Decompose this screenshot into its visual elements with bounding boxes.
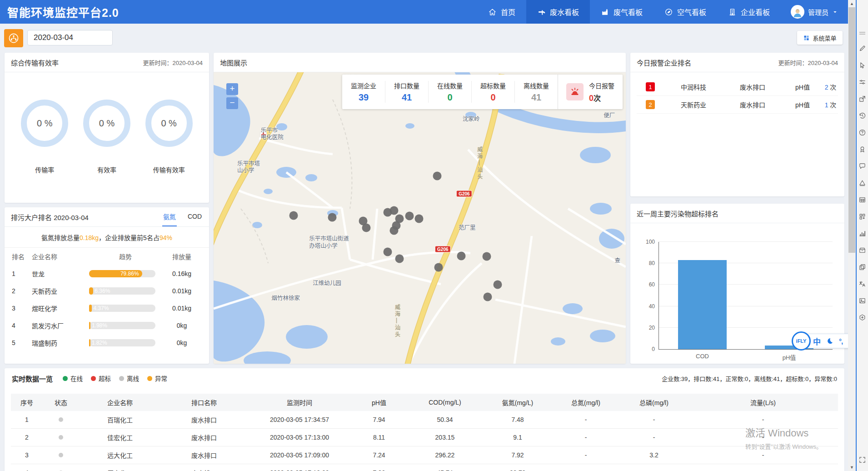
column-header: pH值 [352, 398, 406, 407]
share-icon[interactable] [857, 90, 868, 107]
scrollbar-thumb[interactable] [848, 7, 855, 253]
bar-chart-icon[interactable] [857, 225, 868, 242]
enterprise-marker[interactable] [414, 214, 423, 223]
nav-item[interactable]: 废水看板 [526, 0, 590, 24]
rank-badge: 2 [646, 100, 655, 109]
picture-icon[interactable] [857, 292, 868, 309]
system-menu-button[interactable]: 系统菜单 [797, 31, 843, 45]
gauge-label: 有效率 [83, 165, 130, 174]
map[interactable]: + − 乐平市 电化医院乐平市塔 山小学范厂里乐平市塔山街道 办塔山小学江维幼儿… [214, 72, 626, 364]
sliders-icon[interactable] [857, 74, 868, 90]
status-dot [59, 435, 63, 440]
enterprise-marker[interactable] [383, 247, 392, 256]
translate-icon[interactable] [857, 276, 868, 292]
network-icon [8, 32, 20, 44]
warning-icon[interactable] [857, 175, 868, 191]
cursor-icon[interactable] [857, 57, 868, 74]
map-stat: 排口数量 41 [385, 81, 429, 103]
gauge-label: 传输率 [21, 165, 68, 174]
archive-icon[interactable] [857, 242, 868, 259]
network-quick-button[interactable] [4, 29, 23, 47]
ranking-row[interactable]: 2 天新药业 6.36% 0.01kg [5, 282, 209, 300]
stat-value: 41 [524, 92, 549, 103]
scroll-down-arrow[interactable]: ▼ [848, 464, 856, 471]
enterprise-marker[interactable] [395, 255, 404, 263]
enterprise-marker[interactable] [395, 214, 404, 223]
map-place-label: 便厂 [604, 112, 615, 120]
alarm-row[interactable]: 2 天新药业 废水排口 pH值 1 次 [637, 96, 838, 114]
history-icon[interactable] [857, 107, 868, 124]
legend-dot [91, 376, 96, 381]
scroll-up-arrow[interactable]: ▲ [848, 0, 856, 7]
enterprise-marker[interactable] [484, 293, 492, 301]
column-header: 总磷(mg/l) [620, 398, 688, 407]
table-header-row: 序号状态企业名称排口名称监测时间pH值COD(mg/L)氨氮(mg/L)总氮(m… [11, 394, 838, 411]
ranking-tab[interactable]: 氨氮 [162, 207, 177, 226]
widgets-icon[interactable] [857, 208, 868, 225]
alarm-siren-icon [566, 83, 584, 100]
legend-dot [119, 376, 124, 381]
enterprise-marker[interactable] [434, 263, 443, 271]
map-place-label: 乐平市 电化医院 [261, 127, 284, 141]
nav-item[interactable]: 废气看板 [590, 0, 653, 24]
right-sidebar [856, 0, 868, 471]
enterprise-marker[interactable] [289, 211, 298, 220]
panel-title: 近一周主要污染物超标排名 [637, 209, 718, 218]
enterprise-marker[interactable] [457, 251, 466, 260]
stat-label: 监测企业 [351, 81, 376, 90]
company-name: 辰宇化工 [79, 468, 161, 471]
ranking-row[interactable]: 4 凯发污水厂 1.98% 0kg [5, 317, 209, 334]
ranking-row[interactable]: 1 世龙 79.86% 0.16kg [5, 265, 209, 282]
alarm-row[interactable]: 1 中润科技 废水排口 pH值 2 次 [637, 78, 838, 96]
ranking-row[interactable]: 5 瑞盛制药 1.82% 0kg [5, 334, 209, 351]
enterprise-marker[interactable] [390, 226, 399, 235]
map-place-label: 乐平市塔山街道 办塔山小学 [309, 236, 349, 250]
ranking-tab[interactable]: COD [187, 207, 203, 226]
enterprise-marker[interactable] [328, 213, 337, 222]
pen-icon[interactable] [857, 40, 868, 57]
enterprise-marker[interactable] [405, 212, 414, 220]
comment-icon[interactable] [857, 158, 868, 175]
enterprise-marker[interactable] [483, 252, 491, 261]
system-menu-label: 系统菜单 [813, 34, 836, 42]
enterprise-marker[interactable] [362, 224, 370, 232]
enterprise-marker[interactable] [433, 172, 441, 180]
enterprise-marker[interactable] [493, 281, 502, 289]
download-icon[interactable] [857, 309, 868, 326]
moon-icon[interactable] [826, 337, 834, 345]
medal-icon[interactable] [857, 141, 868, 158]
ime-mode-chinese[interactable]: 中 [813, 336, 821, 347]
table-icon[interactable] [857, 191, 868, 208]
gauge-value: 0 % [99, 118, 115, 129]
fullscreen-icon[interactable] [857, 451, 868, 468]
ranking-row[interactable]: 3 煜旺化学 4.37% 0.01kg [5, 300, 209, 317]
road-name-label: 威海—汕头 [476, 146, 484, 180]
ime-punctuation[interactable]: °, [839, 337, 843, 345]
map-zoom-out-button[interactable]: − [226, 97, 238, 109]
company-name: 百瑞化工 [79, 415, 161, 424]
trend-bar: 4.37% [89, 305, 155, 312]
table-row[interactable]: 1 百瑞化工 废水排口 2020-03-05 17:34:57 7.94 50.… [11, 411, 838, 429]
help-icon[interactable] [857, 124, 868, 141]
table-row[interactable]: 2 佳宏化工 废水排口 2020-03-05 17:13:00 8.11 203… [11, 429, 838, 446]
building-icon [728, 8, 737, 16]
sidebar-handle[interactable] [859, 32, 865, 33]
nav-item-label: 废水看板 [550, 6, 579, 17]
nav-item[interactable]: 空气看板 [653, 0, 717, 24]
stat-value: 39 [351, 92, 376, 103]
user-menu[interactable]: 管理员 [781, 5, 848, 19]
stat-label: 超标数量 [480, 81, 506, 90]
scrollbar[interactable]: ▲ ▼ [848, 0, 856, 471]
table-row[interactable]: 3 远大化工 废水排口 2020-03-05 17:09:00 7.24 296… [11, 446, 838, 464]
map-zoom-in-button[interactable]: + [226, 83, 238, 95]
images-icon[interactable] [857, 259, 868, 276]
nav-item[interactable]: 首页 [477, 0, 526, 24]
enterprise-marker[interactable] [390, 206, 399, 215]
rank: 4 [12, 322, 32, 329]
date-input[interactable] [27, 30, 113, 45]
app-title: 智能环境监控平台2.0 [7, 4, 119, 20]
nav-item[interactable]: 企业看板 [717, 0, 781, 24]
stat-value: 41 [394, 92, 419, 103]
table-row[interactable]: 4 辰宇化工 废水排口 2020-03-05 17:12:00 7.06 45.… [11, 464, 838, 471]
ifly-logo[interactable]: iFLY [792, 331, 811, 351]
